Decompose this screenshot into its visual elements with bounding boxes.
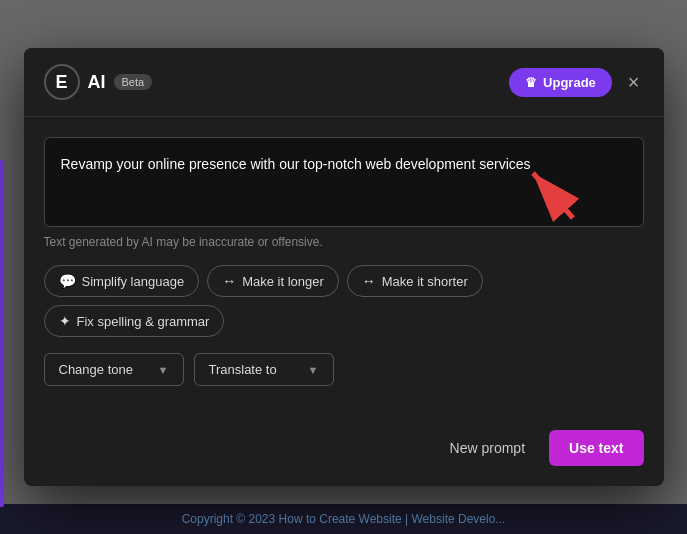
result-box: Revamp your online presence with our top…	[44, 137, 644, 227]
ai-modal: E AI Beta ♛ Upgrade × Revamp your online…	[24, 48, 664, 486]
ai-label: AI	[88, 72, 106, 93]
logo-letter: E	[55, 73, 67, 91]
elementor-logo: E	[44, 64, 80, 100]
copyright-text: Copyright © 2023 How to Create Website |…	[182, 512, 506, 526]
chat-icon: 💬	[59, 273, 76, 289]
beta-badge: Beta	[114, 74, 153, 90]
change-tone-dropdown[interactable]: Change tone ▼	[44, 353, 184, 386]
chevron-down-icon: ▼	[158, 364, 169, 376]
dropdown-row: Change tone ▼ Translate to ▼	[44, 353, 644, 386]
use-text-button[interactable]: Use text	[549, 430, 643, 466]
copyright-bar: Copyright © 2023 How to Create Website |…	[0, 504, 687, 534]
modal-body: Revamp your online presence with our top…	[24, 117, 664, 430]
modal-footer: New prompt Use text	[24, 430, 664, 486]
fix-spelling-button[interactable]: ✦ Fix spelling & grammar	[44, 305, 225, 337]
close-button[interactable]: ×	[624, 68, 644, 96]
simplify-language-button[interactable]: 💬 Simplify language	[44, 265, 200, 297]
left-accent	[0, 160, 4, 507]
chevron-down-icon: ▼	[308, 364, 319, 376]
result-text: Revamp your online presence with our top…	[61, 156, 531, 172]
upgrade-button[interactable]: ♛ Upgrade	[509, 68, 612, 97]
crown-icon: ♛	[525, 75, 537, 90]
make-longer-button[interactable]: ↔ Make it longer	[207, 265, 339, 297]
compress-icon: ↔	[362, 273, 376, 289]
modal-header: E AI Beta ♛ Upgrade ×	[24, 48, 664, 117]
translate-to-dropdown[interactable]: Translate to ▼	[194, 353, 334, 386]
disclaimer-text: Text generated by AI may be inaccurate o…	[44, 235, 644, 249]
new-prompt-button[interactable]: New prompt	[438, 432, 537, 464]
make-shorter-button[interactable]: ↔ Make it shorter	[347, 265, 483, 297]
action-buttons-row: 💬 Simplify language ↔ Make it longer ↔ M…	[44, 265, 644, 337]
sparkle-icon: ✦	[59, 313, 71, 329]
svg-line-1	[533, 173, 573, 218]
expand-icon: ↔	[222, 273, 236, 289]
